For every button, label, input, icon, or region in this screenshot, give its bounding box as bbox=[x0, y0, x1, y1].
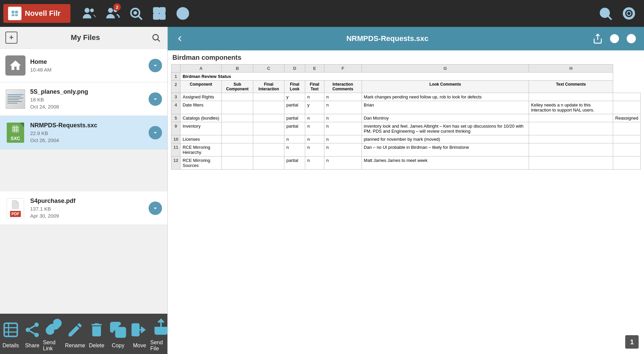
nav-contacts-btn[interactable] bbox=[77, 0, 101, 27]
image-thumbnail bbox=[5, 89, 25, 109]
copy-btn[interactable]: Copy bbox=[107, 319, 129, 349]
share-content-btn[interactable] bbox=[590, 31, 605, 46]
col-f: F bbox=[324, 64, 362, 73]
file-pdf-chevron[interactable] bbox=[149, 202, 162, 215]
share-btn[interactable]: Share bbox=[21, 319, 43, 349]
move-icon bbox=[129, 319, 150, 341]
row-num-2: 2 bbox=[171, 81, 180, 93]
details-btn[interactable]: Details bbox=[0, 319, 21, 349]
file-item-home[interactable]: Home 10:48 AM bbox=[0, 49, 167, 82]
cell-9e: n bbox=[305, 122, 324, 135]
sidebar-title: My Files bbox=[21, 33, 150, 42]
col-h: H bbox=[529, 64, 613, 73]
nav-notifications-btn[interactable]: 2 bbox=[101, 0, 124, 27]
home-icon bbox=[5, 55, 25, 76]
svg-rect-3 bbox=[12, 14, 14, 16]
cell-9f: n bbox=[324, 122, 362, 135]
cell-9h bbox=[529, 122, 613, 135]
table-row: 1 Birdman Review Status bbox=[171, 73, 641, 81]
cell-3i bbox=[613, 93, 641, 101]
cell-3g: Mark changes pending need follow up, rob… bbox=[362, 93, 529, 101]
copy-label: Copy bbox=[112, 343, 124, 349]
cell-11a: RCE Mirroring Heirarchy bbox=[180, 143, 221, 157]
file-item-5s-planes[interactable]: 5S_planes_only.png 18 KB Oct 24, 2008 bbox=[0, 82, 167, 116]
main-content: + My Files Home 10:48 AM bbox=[0, 27, 644, 354]
cell-12b bbox=[221, 157, 253, 170]
svg-rect-14 bbox=[154, 14, 159, 19]
header-component: Component bbox=[180, 81, 221, 93]
sidebar-search-btn[interactable] bbox=[150, 32, 162, 44]
cell-11h bbox=[529, 143, 613, 157]
spreadsheet-view[interactable]: Birdman components A B C D E F G H bbox=[168, 50, 644, 354]
svg-rect-15 bbox=[160, 14, 165, 19]
cell-3d: y bbox=[284, 93, 305, 101]
spreadsheet-icon: SXC bbox=[5, 123, 25, 143]
nav-browse-btn[interactable] bbox=[124, 0, 148, 27]
app-logo[interactable]: Novell Filr bbox=[3, 4, 70, 23]
send-link-icon bbox=[43, 316, 64, 338]
cell-12e: n bbox=[305, 157, 324, 170]
home-time: 10:48 AM bbox=[30, 67, 149, 73]
send-file-icon bbox=[150, 316, 172, 338]
file-5s-chevron[interactable] bbox=[149, 92, 162, 106]
row-num-1: 1 bbox=[171, 73, 180, 81]
cell-4a: Date filters bbox=[180, 101, 221, 114]
header-final-interaction: Final Interaction bbox=[253, 81, 284, 93]
file-nrmpds-size: 22.9 KB bbox=[30, 130, 149, 136]
row-num-10: 10 bbox=[171, 135, 180, 143]
col-c: C bbox=[253, 64, 284, 73]
table-row: 11 RCE Mirroring Heirarchy n n n Dan – n… bbox=[171, 143, 641, 157]
settings-btn[interactable] bbox=[617, 0, 641, 27]
cell-11g: Dan – no UI probable in Birdman – likely… bbox=[362, 143, 529, 157]
content-header: NRMPDS-Requests.sxc bbox=[168, 27, 644, 50]
rename-btn[interactable]: Rename bbox=[64, 319, 86, 349]
cell-10h bbox=[529, 135, 613, 143]
home-chevron[interactable] bbox=[149, 59, 162, 72]
svg-line-19 bbox=[608, 16, 611, 19]
cell-10e: n bbox=[305, 135, 324, 143]
nav-sync-btn[interactable] bbox=[148, 0, 171, 27]
svg-point-6 bbox=[90, 8, 94, 12]
page-number-badge: 1 bbox=[625, 335, 639, 349]
file-nrmpds-chevron[interactable] bbox=[149, 126, 162, 139]
file-list-below-toolbar: PDF S4purchase.pdf 137.1 KB Apr 30, 2009 bbox=[0, 191, 167, 225]
svg-point-33 bbox=[35, 333, 39, 337]
add-button[interactable]: + bbox=[5, 32, 17, 44]
close-content-btn[interactable] bbox=[624, 31, 639, 46]
back-button[interactable] bbox=[173, 32, 186, 45]
search-btn[interactable] bbox=[594, 0, 617, 27]
pdf-file-icon: PDF bbox=[5, 198, 25, 218]
svg-point-20 bbox=[153, 35, 158, 40]
notification-badge: 2 bbox=[113, 3, 121, 11]
copy-icon bbox=[107, 319, 129, 341]
file-item-nrmpds[interactable]: SXC NRMPDS-Requests.sxc 22.9 KB Oct 26, … bbox=[0, 116, 167, 149]
sidebar-header: + My Files bbox=[0, 27, 167, 49]
spreadsheet-title: Birdman components bbox=[171, 54, 641, 61]
spreadsheet-table: A B C D E F G H 1 Birdman Review Status bbox=[171, 64, 641, 170]
svg-rect-13 bbox=[160, 8, 165, 13]
cell-3c bbox=[253, 93, 284, 101]
cell-12h bbox=[529, 157, 613, 170]
file-pdf-info: S4purchase.pdf 137.1 KB Apr 30, 2009 bbox=[30, 197, 149, 219]
file-5s-name: 5S_planes_only.png bbox=[30, 88, 149, 95]
svg-point-5 bbox=[85, 8, 90, 13]
cell-5c bbox=[253, 114, 284, 122]
cell-5d: partial bbox=[284, 114, 305, 122]
delete-btn[interactable]: Delete bbox=[86, 319, 107, 349]
file-item-s4purchase[interactable]: PDF S4purchase.pdf 137.1 KB Apr 30, 2009 bbox=[0, 191, 167, 225]
send-file-btn[interactable]: Send File bbox=[150, 316, 172, 352]
cell-11d: n bbox=[284, 143, 305, 157]
move-btn[interactable]: Move bbox=[129, 319, 150, 349]
table-row: 9 Inventory partial n n inventory look a… bbox=[171, 122, 641, 135]
file-nrmpds-info: NRMPDS-Requests.sxc 22.9 KB Oct 26, 2004 bbox=[30, 122, 149, 143]
cell-4d: partial bbox=[284, 101, 305, 114]
download-content-btn[interactable] bbox=[607, 31, 622, 46]
nav-download-btn[interactable] bbox=[171, 0, 195, 27]
send-link-btn[interactable]: Send Link bbox=[43, 316, 64, 352]
delete-label: Delete bbox=[89, 343, 104, 349]
row-num-9: 9 bbox=[171, 122, 180, 135]
svg-point-31 bbox=[35, 322, 39, 327]
home-name: Home bbox=[30, 58, 149, 65]
row-num-3: 3 bbox=[171, 93, 180, 101]
cell-5g: Dan Montroy bbox=[362, 114, 529, 122]
